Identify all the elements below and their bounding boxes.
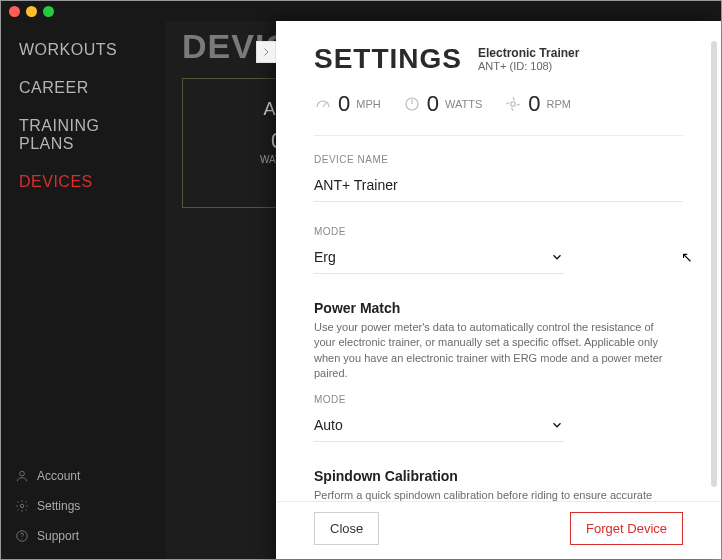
- svg-point-3: [22, 539, 23, 540]
- chevron-down-icon: [550, 418, 564, 432]
- metric-speed: 0 MPH: [314, 91, 381, 117]
- window-close-dot[interactable]: [9, 6, 20, 17]
- section-device-name: DEVICE NAME: [314, 136, 683, 208]
- power-match-mode-select[interactable]: Auto: [314, 413, 564, 442]
- window-titlebar: [1, 1, 721, 21]
- speedometer-icon: [314, 95, 332, 113]
- device-name-input[interactable]: [314, 173, 683, 202]
- sidebar-item-workouts[interactable]: WORKOUTS: [1, 31, 166, 69]
- window-minimize-dot[interactable]: [26, 6, 37, 17]
- metric-power-value: 0: [427, 91, 439, 117]
- sidebar-footer-settings[interactable]: Settings: [1, 491, 166, 521]
- chevron-down-icon: [550, 250, 564, 264]
- panel-header: SETTINGS Electronic Trainer ANT+ (ID: 10…: [276, 21, 721, 91]
- metric-speed-unit: MPH: [356, 98, 380, 110]
- spindown-title: Spindown Calibration: [314, 448, 683, 484]
- device-name-label: DEVICE NAME: [314, 154, 683, 173]
- mode-label: MODE: [314, 226, 683, 245]
- chevron-right-icon: [260, 46, 272, 58]
- settings-panel: SETTINGS Electronic Trainer ANT+ (ID: 10…: [276, 21, 721, 559]
- svg-point-7: [511, 102, 516, 107]
- sidebar-item-devices[interactable]: DEVICES: [1, 163, 166, 201]
- gear-icon: [15, 499, 29, 513]
- panel-device-type: Electronic Trainer: [478, 46, 579, 60]
- forget-device-button[interactable]: Forget Device: [570, 512, 683, 545]
- panel-device-conn: ANT+ (ID: 108): [478, 60, 579, 72]
- sidebar-footer-label: Account: [37, 469, 80, 483]
- section-mode: MODE Erg: [314, 208, 683, 280]
- cadence-icon: [504, 95, 522, 113]
- metric-cadence-unit: RPM: [546, 98, 570, 110]
- mouse-cursor: ↖: [681, 249, 693, 265]
- metric-power-unit: WATTS: [445, 98, 482, 110]
- sidebar: WORKOUTS CAREER TRAINING PLANS DEVICES A…: [1, 21, 166, 559]
- panel-scrollbar[interactable]: [711, 41, 717, 487]
- power-match-mode-value: Auto: [314, 417, 343, 433]
- sidebar-nav: WORKOUTS CAREER TRAINING PLANS DEVICES: [1, 21, 166, 201]
- sidebar-footer: Account Settings Support: [1, 461, 166, 559]
- mode-select-value: Erg: [314, 249, 336, 265]
- sidebar-footer-label: Support: [37, 529, 79, 543]
- svg-point-1: [20, 504, 24, 508]
- help-icon: [15, 529, 29, 543]
- sidebar-footer-support[interactable]: Support: [1, 521, 166, 551]
- sidebar-footer-label: Settings: [37, 499, 80, 513]
- panel-body[interactable]: 0 MPH 0 WATTS 0 RPM DEVICE NAME: [276, 91, 721, 501]
- power-match-desc: Use your power meter's data to automatic…: [314, 316, 674, 392]
- power-match-mode-label: MODE: [314, 394, 683, 413]
- section-power-match-mode: MODE Auto: [314, 392, 683, 448]
- window-zoom-dot[interactable]: [43, 6, 54, 17]
- user-icon: [15, 469, 29, 483]
- svg-point-0: [20, 471, 25, 476]
- sidebar-item-career[interactable]: CAREER: [1, 69, 166, 107]
- svg-line-4: [323, 103, 326, 108]
- metrics-row: 0 MPH 0 WATTS 0 RPM: [314, 91, 683, 136]
- power-icon: [403, 95, 421, 113]
- metric-speed-value: 0: [338, 91, 350, 117]
- panel-title: SETTINGS: [314, 43, 462, 75]
- sidebar-item-training-plans[interactable]: TRAINING PLANS: [1, 107, 166, 163]
- sidebar-footer-account[interactable]: Account: [1, 461, 166, 491]
- metric-cadence: 0 RPM: [504, 91, 571, 117]
- panel-footer: Close Forget Device: [276, 501, 721, 559]
- metric-cadence-value: 0: [528, 91, 540, 117]
- spindown-desc: Perform a quick spindown calibration bef…: [314, 484, 674, 501]
- panel-expand-button[interactable]: [256, 41, 276, 63]
- mode-select[interactable]: Erg: [314, 245, 564, 274]
- metric-power: 0 WATTS: [403, 91, 483, 117]
- close-button[interactable]: Close: [314, 512, 379, 545]
- power-match-title: Power Match: [314, 280, 683, 316]
